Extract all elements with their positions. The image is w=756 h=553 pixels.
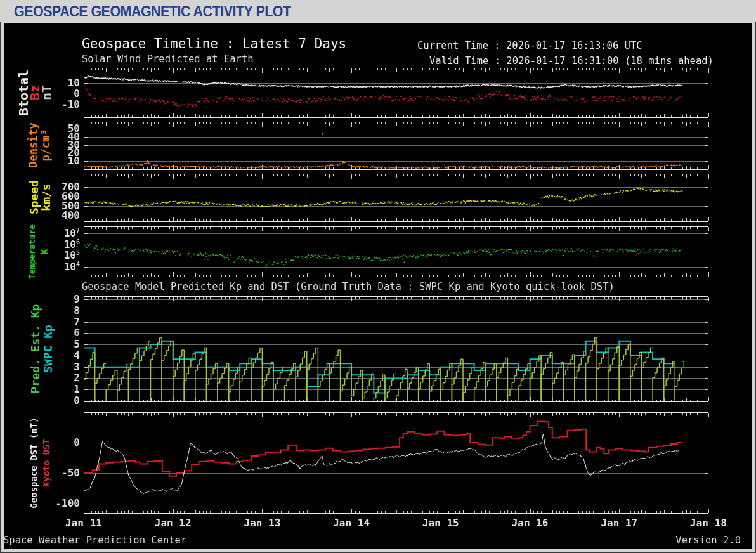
temperature-axis-label: Temperature — [27, 224, 37, 279]
footer-credit: Space Weather Prediction Center — [3, 535, 186, 546]
temperature-unit-label: K — [39, 249, 49, 254]
current-time-label: Current Time : 2026-01-17 16:13:06 UTC — [417, 40, 642, 51]
speed-axis-label: Speed — [27, 180, 41, 214]
solar-wind-subtitle: Solar Wind Predicted at Earth — [82, 53, 254, 65]
footer-version: Version 2.0 — [675, 535, 741, 546]
geospace-timeline-canvas — [0, 0, 756, 553]
main-title: Geospace Timeline : Latest 7 Days — [82, 36, 346, 51]
pred-est-kp-axis-label: Pred. Est. Kp — [29, 304, 42, 394]
speed-unit-label: km/s — [39, 183, 53, 211]
nt-unit-label: nT — [39, 85, 54, 100]
swpc-kp-axis-label: SWPC Kp — [41, 325, 55, 373]
geospace-dst-axis-label: Geospace DST (nT) — [29, 417, 39, 508]
kp-section-title: Geospace Model Predicted Kp and DST (Gro… — [82, 281, 615, 292]
kyoto-dst-axis-label: Kyoto DST — [41, 439, 51, 487]
density-axis-label: Density — [27, 122, 39, 168]
density-unit-label: p/cm³ — [39, 129, 52, 161]
page: GEOSPACE GEOMAGNETIC ACTIVITY PLOT Geosp… — [0, 0, 756, 553]
valid-time-label: Valid Time : 2026-01-17 16:31:00 (18 min… — [429, 55, 714, 67]
